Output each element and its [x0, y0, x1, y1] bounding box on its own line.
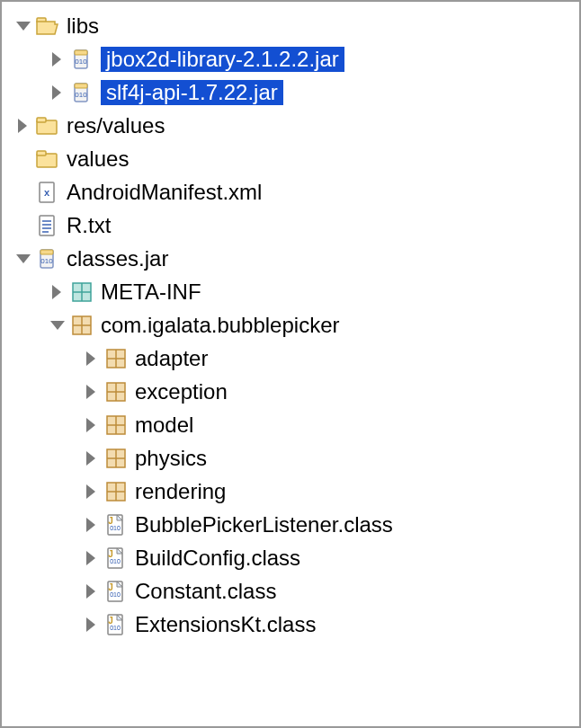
spacer — [14, 217, 32, 235]
tree-item-label: ExtensionsKt.class — [135, 614, 316, 635]
class-icon — [104, 546, 128, 570]
tree-item-label: model — [135, 414, 193, 436]
tree-item-label: classes.jar — [67, 248, 168, 270]
tree-item-label: BubblePickerListener.class — [135, 514, 393, 536]
package-com-igalata-bubblepicker[interactable]: com.igalata.bubblepicker — [7, 308, 574, 342]
file-r-txt[interactable]: R.txt — [7, 209, 574, 242]
package-model[interactable]: model — [7, 408, 574, 441]
chevron-right-icon[interactable] — [49, 50, 67, 68]
class-icon — [104, 513, 128, 537]
tree-item-label: values — [67, 148, 129, 170]
package-icon — [104, 413, 128, 437]
package-adapter[interactable]: adapter — [7, 342, 574, 375]
chevron-right-icon[interactable] — [49, 283, 67, 301]
package-root-icon — [70, 280, 94, 304]
chevron-right-icon[interactable] — [83, 449, 101, 467]
tree-item-label: res/values — [67, 115, 165, 137]
tree-item-label: exception — [135, 381, 228, 403]
jar-icon — [70, 48, 94, 71]
package-rendering[interactable]: rendering — [7, 475, 574, 508]
tree-item-label: R.txt — [67, 215, 111, 236]
spacer — [14, 150, 32, 168]
class-bubblepickerlistener[interactable]: BubblePickerListener.class — [7, 508, 574, 541]
tree-item-label: adapter — [135, 348, 208, 369]
package-physics[interactable]: physics — [7, 441, 574, 475]
xml-icon — [36, 181, 59, 204]
project-tree[interactable]: libsjbox2d-library-2.1.2.2.jarslf4j-api-… — [7, 9, 574, 641]
chevron-down-icon[interactable] — [14, 17, 32, 35]
chevron-down-icon[interactable] — [14, 250, 32, 268]
jar-jbox2d[interactable]: jbox2d-library-2.1.2.2.jar — [7, 42, 574, 75]
tree-item-label: physics — [135, 448, 207, 469]
chevron-right-icon[interactable] — [49, 84, 67, 102]
class-buildconfig[interactable]: BuildConfig.class — [7, 541, 574, 574]
file-android-manifest[interactable]: AndroidManifest.xml — [7, 175, 574, 209]
project-tree-panel: libsjbox2d-library-2.1.2.2.jarslf4j-api-… — [0, 0, 581, 728]
tree-item-label: BuildConfig.class — [135, 547, 300, 569]
tree-item-label: META-INF — [101, 281, 201, 303]
txt-icon — [36, 214, 59, 237]
tree-item-label: AndroidManifest.xml — [67, 182, 262, 203]
chevron-right-icon[interactable] — [83, 549, 101, 567]
chevron-right-icon[interactable] — [83, 516, 101, 534]
package-icon — [104, 447, 128, 470]
class-extensionskt[interactable]: ExtensionsKt.class — [7, 608, 574, 641]
chevron-right-icon[interactable] — [14, 117, 32, 135]
folder-res-values[interactable]: res/values — [7, 109, 574, 142]
tree-item-label: rendering — [135, 481, 226, 502]
chevron-down-icon[interactable] — [49, 316, 67, 334]
chevron-right-icon[interactable] — [83, 616, 101, 634]
package-icon — [104, 347, 128, 370]
tree-item-label: Constant.class — [135, 581, 276, 602]
folder-values[interactable]: values — [7, 142, 574, 175]
folder-icon — [36, 114, 59, 138]
chevron-right-icon[interactable] — [83, 416, 101, 434]
package-meta-inf[interactable]: META-INF — [7, 275, 574, 308]
jar-classes[interactable]: classes.jar — [7, 242, 574, 275]
class-icon — [104, 580, 128, 603]
tree-item-label: libs — [67, 15, 99, 37]
class-icon — [104, 613, 128, 636]
package-exception[interactable]: exception — [7, 375, 574, 408]
chevron-right-icon[interactable] — [83, 582, 101, 600]
spacer — [14, 183, 32, 201]
chevron-right-icon[interactable] — [83, 350, 101, 368]
tree-item-label: slf4j-api-1.7.22.jar — [101, 80, 283, 105]
jar-icon — [36, 247, 59, 271]
jar-icon — [70, 81, 94, 104]
package-icon — [70, 314, 94, 337]
tree-item-label: jbox2d-library-2.1.2.2.jar — [101, 47, 344, 72]
tree-item-label: com.igalata.bubblepicker — [101, 315, 340, 336]
chevron-right-icon[interactable] — [83, 383, 101, 401]
folder-icon — [36, 147, 59, 171]
package-icon — [104, 480, 128, 503]
package-icon — [104, 380, 128, 404]
jar-slf4j[interactable]: slf4j-api-1.7.22.jar — [7, 75, 574, 109]
chevron-right-icon[interactable] — [83, 483, 101, 501]
folder-open-icon — [36, 14, 59, 38]
folder-libs[interactable]: libs — [7, 9, 574, 42]
class-constant[interactable]: Constant.class — [7, 574, 574, 608]
